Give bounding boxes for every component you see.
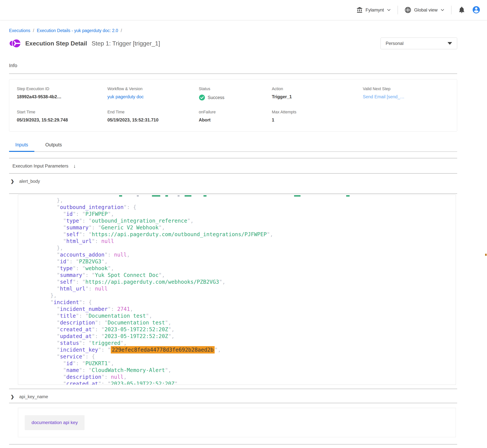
divider	[9, 193, 457, 194]
info-field: onFailureAbort	[199, 110, 272, 123]
code-line: "id": "PZB2VG3",	[25, 258, 456, 265]
info-field: Start Time05/19/2023, 15:52:29.748	[17, 110, 107, 123]
code-line: "type": "outbound_integration_reference"…	[25, 217, 456, 224]
breadcrumb-link[interactable]: Execution Details - yuk pagerduty doc: 2…	[37, 28, 118, 33]
info-field-label: Action	[272, 87, 363, 91]
breadcrumb-separator: /	[121, 28, 122, 33]
divider	[9, 403, 457, 403]
info-field-label: onFailure	[199, 110, 272, 114]
page-subtitle: Step 1: Trigger [trigger_1]	[91, 40, 160, 47]
info-field-label: Step Execution ID	[17, 87, 107, 91]
tab-bar: InputsOutputs	[9, 142, 457, 152]
chevron-down-icon	[440, 8, 445, 12]
code-line: "incident_number": 2741,	[25, 306, 456, 312]
code-line: "incident": {	[25, 299, 456, 306]
org-switcher[interactable]: Fylamynt	[356, 7, 391, 13]
info-field: Workflow & Versionyuk pagerduty doc	[107, 87, 199, 101]
divider	[9, 73, 457, 74]
execution-input-parameters-title: Execution Input Parameters	[12, 163, 68, 169]
api-key-name-chip[interactable]: documentation api key	[25, 415, 85, 430]
code-line: "description": null,	[25, 374, 456, 380]
info-heading: Info	[9, 63, 457, 68]
workflow-branch-icon	[9, 37, 21, 49]
alert-body-json-viewer[interactable]: }, "outbound_integration": { "id": "PJFW…	[18, 195, 456, 385]
execution-input-parameters-header: Execution Input Parameters ↓	[9, 163, 457, 169]
scope-select[interactable]: Personal	[381, 38, 457, 49]
info-field-value: Success	[199, 94, 272, 101]
success-icon	[199, 94, 205, 101]
info-field-value: 05/19/2023, 15:52:29.748	[17, 118, 107, 123]
info-field: Step Execution ID18992a43-9538-4b2…	[17, 87, 107, 101]
org-label: Fylamynt	[366, 7, 384, 13]
topbar: Fylamynt Global view	[0, 0, 487, 20]
scrollbar-highlight-mark[interactable]	[485, 254, 487, 256]
info-field-label: Max Attempts	[272, 110, 363, 114]
code-line: "html_url": null	[25, 238, 456, 245]
code-line: "summary": "Yuk Spot Connect Doc",	[25, 272, 456, 279]
globe-icon	[404, 6, 412, 14]
tab-inputs[interactable]: Inputs	[9, 142, 34, 152]
code-line: "created_at": "2023-05-19T22:52:20Z"	[25, 380, 456, 385]
param-group-api-key-name[interactable]: ❯ api_key_name	[9, 394, 457, 400]
info-field-value[interactable]: Send Email [send_…	[363, 94, 453, 99]
main-content: Executions/Execution Details - yuk pager…	[0, 28, 487, 448]
info-field-value: 18992a43-9538-4b2…	[17, 94, 107, 99]
info-field-label: End Time	[107, 110, 199, 114]
tab-outputs[interactable]: Outputs	[39, 142, 68, 152]
info-field-value: 1	[272, 118, 363, 123]
code-line: "created_at": "2023-05-19T22:52:20Z",	[25, 326, 456, 333]
info-field: StatusSuccess	[199, 87, 272, 101]
info-fields: Step Execution ID18992a43-9538-4b2…Workf…	[9, 80, 457, 131]
code-line: },	[25, 292, 456, 299]
divider	[9, 444, 457, 445]
info-field-label: Valid Next Step	[363, 87, 453, 91]
code-line: "summary": "Generic V2 Webhook",	[25, 224, 456, 231]
download-arrow-icon[interactable]: ↓	[73, 163, 76, 169]
code-line: "self": "https://api.pagerduty.com/webho…	[25, 279, 456, 285]
divider	[9, 158, 457, 159]
chevron-down-icon	[387, 8, 391, 12]
account-circle-icon	[472, 6, 481, 15]
bank-icon	[356, 7, 363, 13]
caret-down-icon	[447, 42, 452, 45]
param-group-label: api_key_name	[19, 394, 48, 399]
code-line: "accounts_addon": null,	[25, 251, 456, 258]
divider	[9, 389, 457, 389]
notifications-button[interactable]	[458, 6, 465, 14]
info-field-value: Abort	[199, 118, 272, 123]
bell-icon	[458, 6, 465, 14]
info-field-value[interactable]: yuk pagerduty doc	[107, 94, 199, 99]
info-field: ActionTrigger_1	[272, 87, 363, 101]
chevron-right-icon: ❯	[11, 394, 15, 399]
scope-select-value: Personal	[386, 41, 404, 46]
status-text: Success	[208, 95, 224, 100]
info-field-label: Start Time	[17, 110, 107, 114]
code-line: "incident_key": "229efec8feda44778d3fe69…	[25, 346, 456, 353]
param-group-alert-body[interactable]: ❯ alert_body	[9, 178, 457, 184]
code-line: "id": "PUZKRT1",	[25, 360, 456, 367]
code-line: },	[25, 245, 456, 251]
code-line: "service": {	[25, 353, 456, 360]
view-switcher[interactable]: Global view	[404, 6, 445, 14]
info-field-value: Trigger_1	[272, 94, 363, 99]
topbar-divider	[451, 6, 452, 14]
page-title: Execution Step Detail	[25, 40, 87, 47]
page-header: Execution Step Detail Step 1: Trigger [t…	[9, 37, 457, 49]
highlighted-incident-key: 229efec8feda44778d3fe692b28aed2b	[111, 346, 214, 353]
info-field: End Time05/19/2023, 15:52:31.710	[107, 110, 199, 123]
code-line: "html_url": null	[25, 285, 456, 292]
param-group-label: alert_body	[19, 179, 40, 184]
clipped-code-line	[25, 195, 456, 197]
breadcrumb: Executions/Execution Details - yuk pager…	[9, 28, 457, 33]
info-field-label: Status	[199, 87, 272, 91]
info-field-label: Workflow & Version	[107, 87, 199, 91]
info-field: Max Attempts1	[272, 110, 363, 123]
breadcrumb-link[interactable]: Executions	[9, 28, 30, 33]
code-line: "status": "triggered",	[25, 340, 456, 346]
code-line: "description": "Documentation test",	[25, 319, 456, 326]
code-line: "title": "Documentation test",	[25, 312, 456, 319]
info-card: Step Execution ID18992a43-9538-4b2…Workf…	[9, 79, 457, 131]
api-key-name-value-box: documentation api key	[18, 408, 456, 437]
user-avatar[interactable]	[472, 6, 481, 15]
view-label: Global view	[414, 7, 438, 13]
